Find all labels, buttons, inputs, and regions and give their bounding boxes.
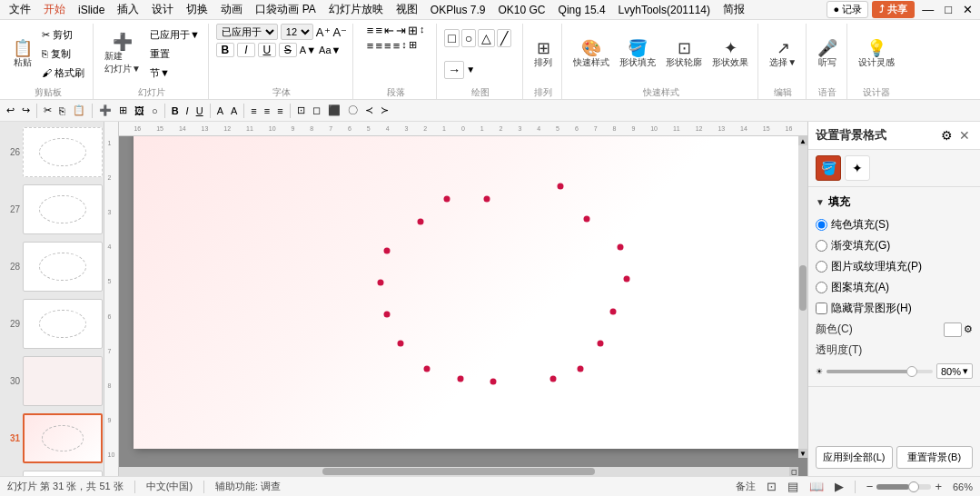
hscroll-thumb[interactable]: [322, 468, 594, 475]
menu-ok10[interactable]: OK10 GC: [493, 2, 551, 18]
more-shapes[interactable]: ▼: [466, 64, 475, 74]
share-button[interactable]: ⤴ 共享: [872, 1, 915, 18]
tb-more5[interactable]: ≺: [362, 104, 376, 117]
zoom-slider-thumb[interactable]: [908, 481, 919, 492]
fill-section-header[interactable]: ▼ 填充: [816, 194, 973, 210]
vscroll-thumb[interactable]: [799, 265, 807, 311]
window-close[interactable]: ✕: [959, 3, 976, 16]
slide-thumb-27[interactable]: 27: [0, 183, 104, 236]
menu-transitions[interactable]: 切换: [181, 0, 213, 19]
select-button[interactable]: ↗ 选择▼: [766, 38, 800, 71]
zoom-level[interactable]: 66%: [945, 481, 973, 492]
menu-slideshow[interactable]: 幻灯片放映: [323, 0, 389, 19]
view-reading-btn[interactable]: 📖: [809, 480, 824, 493]
tb-more3[interactable]: ⬛: [325, 104, 343, 117]
increase-indent-button[interactable]: ⇥: [396, 24, 406, 37]
copy-button[interactable]: ⎘ 复制: [39, 45, 87, 63]
strikethrough-button[interactable]: S: [279, 43, 297, 57]
numbering-button[interactable]: ≡: [375, 24, 382, 37]
tb-more4[interactable]: 〇: [345, 103, 361, 118]
text-direction-button[interactable]: ↕: [420, 24, 425, 37]
redo-button[interactable]: ↪: [19, 104, 33, 117]
underline-button[interactable]: U: [258, 43, 276, 57]
align-center-button[interactable]: ≡: [375, 39, 382, 53]
font-name-dropdown[interactable]: Aa▼: [319, 45, 341, 55]
paste-button[interactable]: 📋 粘贴: [9, 38, 36, 71]
slide-thumb-30[interactable]: 30: [0, 354, 104, 408]
color-dropdown-icon[interactable]: ⚙: [964, 323, 973, 335]
arrange-button[interactable]: ⊞ 排列: [530, 38, 556, 71]
panel-settings-icon[interactable]: ⚙: [941, 128, 953, 143]
tb-align-center[interactable]: ≡: [262, 104, 272, 117]
shape-fill-button[interactable]: 🪣 形状填充: [616, 38, 659, 71]
designer-button[interactable]: 💡 设计灵感: [855, 38, 898, 71]
tb-image[interactable]: 🖼: [132, 104, 147, 117]
menu-view[interactable]: 视图: [391, 0, 423, 19]
menu-design[interactable]: 设计: [146, 0, 179, 19]
menu-home[interactable]: 开始: [38, 0, 71, 19]
undo-button[interactable]: ↩: [4, 104, 17, 117]
tb-align-right[interactable]: ≡: [274, 104, 285, 117]
format-painter-button[interactable]: 🖌 格式刷: [39, 64, 87, 82]
tb-italic[interactable]: I: [183, 104, 192, 117]
cut-button[interactable]: ✂ 剪切: [39, 26, 87, 44]
view-slide-btn[interactable]: ▤: [787, 480, 798, 493]
tb-shapes[interactable]: ○: [149, 104, 161, 117]
slide-thumb-29[interactable]: 29: [0, 297, 104, 351]
shape-effects-button[interactable]: ✦ 形状效果: [708, 38, 752, 71]
tb-highlight[interactable]: A: [228, 104, 240, 117]
justify-button[interactable]: ≡: [393, 39, 401, 53]
arrow-shape[interactable]: →: [444, 61, 464, 79]
align-left-button[interactable]: ≡: [367, 39, 374, 53]
comments-btn[interactable]: 备注: [736, 480, 756, 493]
tb-newslide[interactable]: ➕: [96, 104, 114, 117]
tb-copy[interactable]: ⎘: [56, 104, 68, 117]
font-size-decrease[interactable]: A⁻: [333, 25, 348, 39]
slide-thumb-28[interactable]: 28: [0, 240, 104, 293]
fill-gradient-radio[interactable]: [816, 240, 827, 252]
quick-styles-button[interactable]: 🎨 快速样式: [569, 38, 613, 71]
menu-qing[interactable]: Qing 15.4: [553, 2, 611, 18]
zoom-out-btn[interactable]: −: [866, 480, 874, 493]
zoom-slider-track[interactable]: [876, 484, 931, 490]
vscroll-track[interactable]: [798, 136, 807, 458]
bullets-button[interactable]: ≡: [367, 24, 374, 37]
new-slide-button[interactable]: ➕ 新建幻灯片▼: [101, 32, 144, 77]
line-shape[interactable]: ╱: [497, 29, 511, 47]
bold-button[interactable]: B: [216, 43, 234, 57]
italic-button[interactable]: I: [237, 43, 255, 57]
align-right-button[interactable]: ≡: [384, 39, 391, 53]
effects-icon-btn[interactable]: ✦: [845, 155, 870, 181]
tb-more1[interactable]: ⊡: [294, 104, 308, 117]
menu-simple[interactable]: 简报: [718, 0, 750, 19]
vscroll-down[interactable]: ▼: [798, 449, 807, 458]
panel-close-button[interactable]: ✕: [956, 128, 973, 143]
tb-underline[interactable]: U: [193, 104, 206, 117]
window-maximize[interactable]: □: [941, 3, 955, 16]
record-button[interactable]: ● 记录: [827, 1, 868, 18]
column-button[interactable]: ⊞: [408, 24, 418, 37]
section-button[interactable]: 节▼: [147, 64, 203, 82]
font-color-button[interactable]: A▼: [300, 45, 316, 55]
menu-lvyh[interactable]: LvyhTools(201114): [613, 2, 716, 18]
smart-art-button[interactable]: ⊞: [409, 39, 417, 53]
tb-align-left[interactable]: ≡: [248, 104, 259, 117]
apply-all-button[interactable]: 应用到全部(L): [816, 446, 893, 469]
transparency-value-input[interactable]: 80% ▾: [936, 363, 973, 379]
font-name-select[interactable]: 已应用于: [216, 24, 278, 40]
view-slideshow-btn[interactable]: ▶: [835, 480, 844, 493]
menu-file[interactable]: 文件: [4, 0, 36, 19]
fill-solid-radio[interactable]: [816, 219, 827, 231]
line-spacing-button[interactable]: ↕: [401, 39, 407, 53]
tb-table[interactable]: ⊞: [116, 104, 130, 117]
scroll-corner[interactable]: ◻: [789, 467, 798, 476]
fill-icon-btn[interactable]: 🪣: [816, 155, 841, 181]
tb-more6[interactable]: ≻: [378, 104, 391, 117]
view-normal-btn[interactable]: ⊡: [767, 480, 777, 493]
circle-shape[interactable]: ○: [461, 29, 476, 47]
slide-thumb-32[interactable]: 32: [0, 469, 104, 476]
hscroll-track[interactable]: [119, 467, 798, 476]
color-picker-box[interactable]: [944, 322, 962, 337]
applied-layout-button[interactable]: 已应用于▼: [147, 26, 203, 44]
tb-cut[interactable]: ✂: [41, 104, 54, 117]
